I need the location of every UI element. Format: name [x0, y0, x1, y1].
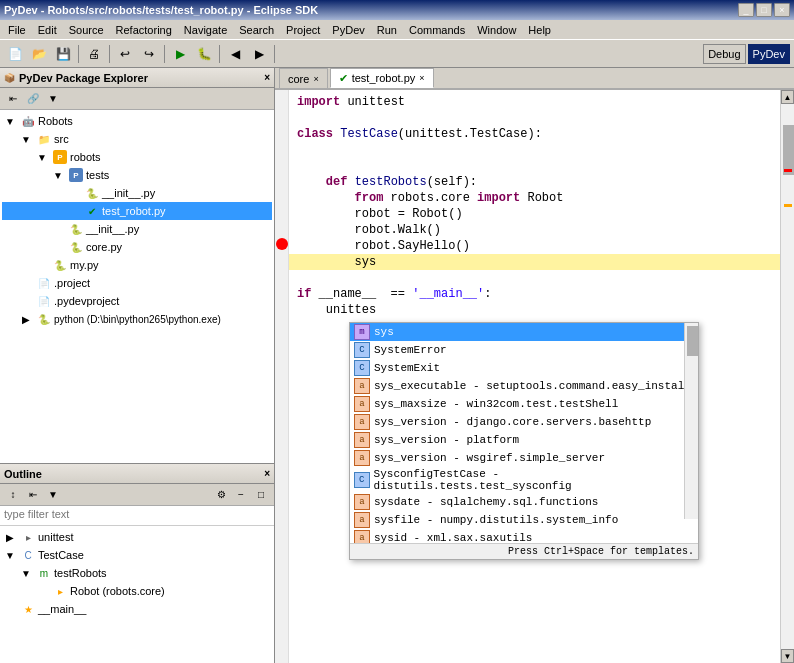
- collapse-all-button[interactable]: ⇤: [4, 90, 22, 108]
- class-icon2: C: [354, 360, 370, 376]
- run-button[interactable]: ▶: [169, 43, 191, 65]
- expand-icon: ▶: [18, 311, 34, 327]
- print-button[interactable]: 🖨: [83, 43, 105, 65]
- window-controls[interactable]: _ □ ×: [738, 3, 790, 17]
- outline-item-unittest[interactable]: ▶ ▸ unittest: [2, 528, 272, 546]
- outline-maximize-button[interactable]: □: [252, 486, 270, 504]
- outline-filter-input[interactable]: [4, 508, 270, 520]
- close-button[interactable]: ×: [774, 3, 790, 17]
- outline-settings-button[interactable]: ⚙: [212, 486, 230, 504]
- ac-item-sys-version1[interactable]: a sys_version - django.core.servers.base…: [350, 413, 698, 431]
- scroll-up-button[interactable]: ▲: [781, 90, 794, 104]
- py-file-icon4: 🐍: [52, 257, 68, 273]
- code-line-1: import unittest: [289, 94, 780, 110]
- link-with-editor-button[interactable]: 🔗: [24, 90, 42, 108]
- tree-item-pydevproject[interactable]: 📄 .pydevproject: [2, 292, 272, 310]
- ac-item-systemexit[interactable]: C SystemExit: [350, 359, 698, 377]
- outline-item-testcase[interactable]: ▼ C TestCase: [2, 546, 272, 564]
- menu-run[interactable]: Run: [371, 22, 403, 38]
- tab-core[interactable]: core ×: [279, 68, 328, 88]
- outline-item-main[interactable]: ★ __main__: [2, 600, 272, 618]
- ac-item-sysid[interactable]: a sysid - xml.sax.saxutils: [350, 529, 698, 543]
- tree-item-src[interactable]: ▼ 📁 src: [2, 130, 272, 148]
- expand-icon: ▼: [18, 131, 34, 147]
- outline-item-testrobots[interactable]: ▼ m testRobots: [2, 564, 272, 582]
- menu-commands[interactable]: Commands: [403, 22, 471, 38]
- code-line-12: [289, 270, 780, 286]
- ac-item-sys[interactable]: m sys: [350, 323, 698, 341]
- menu-edit[interactable]: Edit: [32, 22, 63, 38]
- menu-file[interactable]: File: [2, 22, 32, 38]
- scroll-track[interactable]: [781, 104, 794, 649]
- attr-icon: a: [354, 378, 370, 394]
- explorer-close-icon[interactable]: ×: [264, 72, 270, 83]
- ac-item-sys-version3[interactable]: a sys_version - wsgiref.simple_server: [350, 449, 698, 467]
- menu-search[interactable]: Search: [233, 22, 280, 38]
- debug-mode-button[interactable]: Debug: [703, 44, 745, 64]
- scroll-thumb: [783, 125, 794, 175]
- tree-item-robots-pkg[interactable]: ▼ P robots: [2, 148, 272, 166]
- scroll-down-button[interactable]: ▼: [781, 649, 794, 663]
- minimize-button[interactable]: _: [738, 3, 754, 17]
- tree-item-test-robot[interactable]: ✔ test_robot.py: [2, 202, 272, 220]
- tree-item-tests[interactable]: ▼ P tests: [2, 166, 272, 184]
- py-file-icon2: 🐍: [68, 221, 84, 237]
- ac-item-sysdate[interactable]: a sysdate - sqlalchemy.sql.functions: [350, 493, 698, 511]
- menu-help[interactable]: Help: [522, 22, 557, 38]
- menu-bar: File Edit Source Refactoring Navigate Se…: [0, 20, 794, 40]
- code-line-2: [289, 110, 780, 126]
- ac-item-systemerror[interactable]: C SystemError: [350, 341, 698, 359]
- open-button[interactable]: 📂: [28, 43, 50, 65]
- tree-item-init1[interactable]: 🐍 __init__.py: [2, 184, 272, 202]
- menu-source[interactable]: Source: [63, 22, 110, 38]
- toolbar-sep4: [219, 45, 220, 63]
- expand-icon: ▼: [18, 565, 34, 581]
- ac-scrollbar[interactable]: [684, 323, 698, 519]
- tree-item-init2[interactable]: 🐍 __init__.py: [2, 220, 272, 238]
- var-icon2: ★: [20, 601, 36, 617]
- forward-button[interactable]: ▶: [248, 43, 270, 65]
- outline-close-icon[interactable]: ×: [264, 468, 270, 479]
- outline-minimize-button[interactable]: −: [232, 486, 250, 504]
- outline-menu-button[interactable]: ▼: [44, 486, 62, 504]
- ac-item-sys-version2[interactable]: a sys_version - platform: [350, 431, 698, 449]
- outline-item-robot[interactable]: ▸ Robot (robots.core): [2, 582, 272, 600]
- menu-window[interactable]: Window: [471, 22, 522, 38]
- save-button[interactable]: 💾: [52, 43, 74, 65]
- undo-button[interactable]: ↩: [114, 43, 136, 65]
- menu-project[interactable]: Project: [280, 22, 326, 38]
- spacer-icon: [34, 583, 50, 599]
- ac-item-sys-exec[interactable]: a sys_executable - setuptools.command.ea…: [350, 377, 698, 395]
- tree-item-robots[interactable]: ▼ 🤖 Robots: [2, 112, 272, 130]
- explorer-menu-button[interactable]: ▼: [44, 90, 62, 108]
- outline-collapse-button[interactable]: ⇤: [24, 486, 42, 504]
- tree-item-project-file[interactable]: 📄 .project: [2, 274, 272, 292]
- debug-button[interactable]: 🐛: [193, 43, 215, 65]
- menu-pydev[interactable]: PyDev: [326, 22, 370, 38]
- tree-item-python[interactable]: ▶ 🐍 python (D:\bin\python265\python.exe): [2, 310, 272, 328]
- ac-item-sys-maxsize[interactable]: a sys_maxsize - win32com.test.testShell: [350, 395, 698, 413]
- tab-core-close[interactable]: ×: [313, 74, 318, 84]
- sort-button[interactable]: ↕: [4, 486, 22, 504]
- toolbar-sep3: [164, 45, 165, 63]
- code-editor[interactable]: import unittest class TestCase(unittest.…: [289, 90, 780, 663]
- error-marker: [276, 238, 288, 250]
- tab-test-robot[interactable]: ✔ test_robot.py ×: [330, 68, 434, 88]
- code-line-10: robot.SayHello(): [289, 238, 780, 254]
- new-button[interactable]: 📄: [4, 43, 26, 65]
- redo-button[interactable]: ↪: [138, 43, 160, 65]
- ac-item-sysconfig[interactable]: C SysconfigTestCase - distutils.tests.te…: [350, 467, 698, 493]
- spacer-icon: [18, 275, 34, 291]
- tree-item-my[interactable]: 🐍 my.py: [2, 256, 272, 274]
- menu-navigate[interactable]: Navigate: [178, 22, 233, 38]
- pydev-mode-button[interactable]: PyDev: [748, 44, 790, 64]
- file-icon: 📄: [36, 275, 52, 291]
- maximize-button[interactable]: □: [756, 3, 772, 17]
- menu-refactoring[interactable]: Refactoring: [110, 22, 178, 38]
- ac-item-sysfile[interactable]: a sysfile - numpy.distutils.system_info: [350, 511, 698, 529]
- module-icon: ▸: [20, 529, 36, 545]
- tree-item-core[interactable]: 🐍 core.py: [2, 238, 272, 256]
- back-button[interactable]: ◀: [224, 43, 246, 65]
- tab-test-robot-close[interactable]: ×: [419, 73, 424, 83]
- toolbar-sep5: [274, 45, 275, 63]
